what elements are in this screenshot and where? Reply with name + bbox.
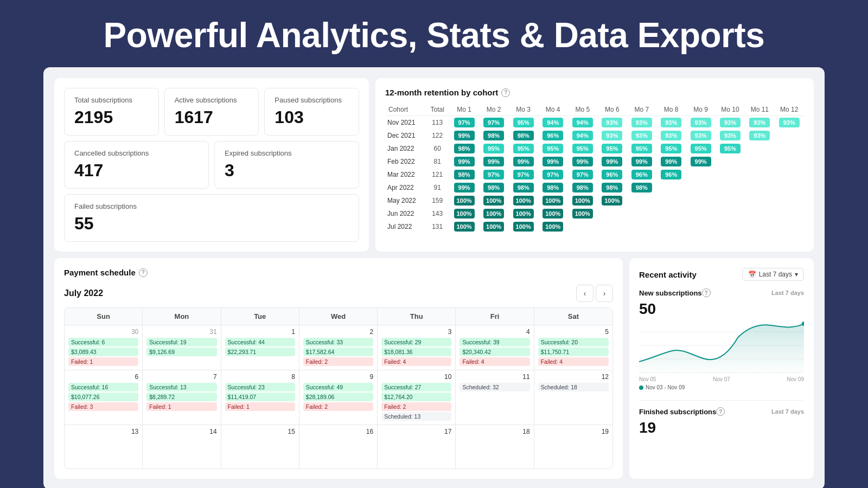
pct-cell: 93% — [686, 116, 715, 130]
pct-cell — [597, 207, 627, 220]
calendar-event: Failed: 1 — [146, 402, 216, 411]
schedule-help-icon[interactable]: ? — [139, 268, 148, 277]
calendar-head-row: Sun Mon Tue Wed Thu Fri Sat — [65, 308, 612, 325]
schedule-title: Payment schedule ? — [64, 268, 613, 277]
finished-subs-help-icon[interactable]: ? — [716, 407, 725, 416]
pct-cell — [716, 168, 745, 181]
expired-subscriptions-card: Expired subscriptions 3 — [214, 141, 359, 189]
pct-cell — [656, 207, 686, 220]
calendar-event: Failed: 3 — [68, 402, 138, 411]
pct-cell: 93% — [745, 116, 774, 130]
cohort-cell: Feb 2022 — [385, 155, 425, 168]
pct-cell — [627, 207, 656, 220]
new-subs-help-icon[interactable]: ? — [702, 288, 711, 297]
calendar-event: Successful: 19 — [146, 338, 216, 346]
pct-cell — [775, 207, 804, 220]
mo12-col-header: Mo 12 — [775, 104, 804, 116]
calendar-cell: 13 — [65, 425, 143, 468]
new-subscriptions-section: New subscriptions ? Last 7 days 50 — [639, 288, 804, 390]
pct-cell: 100% — [449, 207, 479, 220]
calendar-event: Failed: 4 — [381, 357, 451, 366]
pct-cell: 100% — [449, 220, 479, 233]
nav-buttons: ‹ › — [576, 285, 613, 302]
pct-cell: 93% — [775, 116, 804, 130]
pct-cell: 98% — [449, 168, 479, 181]
pct-cell: 95% — [538, 142, 568, 155]
new-subs-value: 50 — [639, 300, 804, 318]
paused-subscriptions-card: Paused subscriptions 103 — [264, 88, 359, 136]
pct-cell: 99% — [567, 155, 597, 168]
calendar-date: 9 — [303, 373, 373, 381]
cohort-cell: Nov 2021 — [385, 116, 425, 130]
calendar-event: $11,419.07 — [225, 393, 295, 401]
legend-dot — [639, 386, 643, 390]
pct-cell — [627, 194, 656, 207]
calendar-cell: 1Successful: 44$22,293.71 — [221, 325, 299, 370]
pct-cell: 97% — [567, 168, 597, 181]
day-mon: Mon — [143, 308, 221, 325]
calendar-date: 14 — [146, 428, 216, 435]
cohort-cell: Dec 2021 — [385, 129, 425, 142]
calendar-event: $3,089.43 — [68, 348, 138, 356]
calendar-cell: 15 — [221, 425, 299, 468]
calendar-event: $11,750.71 — [538, 348, 609, 356]
date-filter-button[interactable]: 📅 Last 7 days ▾ — [742, 268, 804, 281]
pct-cell — [686, 168, 715, 181]
prev-month-button[interactable]: ‹ — [576, 285, 593, 302]
pct-cell: 99% — [538, 155, 568, 168]
calendar-date: 1 — [225, 328, 295, 336]
cohort-row: Apr 20229199%98%98%98%98%98%98% — [385, 181, 804, 194]
cohort-row: Jul 2022131100%100%100%100% — [385, 220, 804, 233]
pct-cell — [597, 220, 627, 233]
active-value: 1617 — [175, 107, 249, 127]
mo5-col-header: Mo 5 — [567, 104, 597, 116]
pct-cell: 95% — [567, 142, 597, 155]
calendar-event: Successful: 49 — [303, 383, 373, 391]
mo9-col-header: Mo 9 — [686, 104, 715, 116]
calendar-date: 4 — [459, 328, 529, 336]
pct-cell: 93% — [656, 129, 686, 142]
calendar-event: Successful: 44 — [225, 338, 295, 346]
calendar-event: Successful: 6 — [68, 338, 138, 346]
day-tue: Tue — [221, 308, 299, 325]
day-thu: Thu — [378, 308, 456, 325]
calendar-date: 2 — [303, 328, 373, 336]
pct-cell: 95% — [479, 142, 509, 155]
main-container: Total subscriptions 2195 Active subscrip… — [43, 67, 825, 488]
pct-cell: 100% — [538, 207, 568, 220]
day-fri: Fri — [456, 308, 534, 325]
pct-cell: 95% — [508, 116, 538, 130]
cohort-panel: 12-month retention by cohort ? Cohort To… — [375, 78, 814, 252]
pct-cell — [775, 142, 804, 155]
calendar-cell: 2Successful: 33$17,582.64Failed: 2 — [299, 325, 378, 370]
finished-subs-period: Last 7 days — [771, 408, 804, 415]
failed-label: Failed subscriptions — [74, 202, 349, 210]
pct-cell — [716, 220, 745, 233]
pct-cell — [745, 194, 774, 207]
pct-cell: 100% — [538, 194, 568, 207]
pct-cell: 100% — [479, 220, 509, 233]
calendar-event: Failed: 4 — [459, 357, 529, 366]
pct-cell: 94% — [567, 116, 597, 130]
mo8-col-header: Mo 8 — [656, 104, 686, 116]
page-title: Powerful Analytics, Stats & Data Exports — [0, 0, 868, 67]
finished-subs-value: 19 — [639, 419, 804, 436]
calendar-cell: 7Successful: 13$8,289.72Failed: 1 — [143, 370, 221, 425]
pct-cell: 100% — [449, 194, 479, 207]
next-month-button[interactable]: › — [596, 285, 613, 302]
calendar-cell: 8Successful: 23$11,419.07Failed: 1 — [221, 370, 299, 425]
pct-cell: 99% — [686, 155, 715, 168]
calendar-event: Failed: 2 — [303, 357, 373, 366]
cohort-help-icon[interactable]: ? — [501, 88, 510, 97]
stats-row-2: Cancelled subscriptions 417 Expired subs… — [64, 141, 359, 189]
mo4-col-header: Mo 4 — [538, 104, 568, 116]
cohort-row: Feb 20228199%99%99%99%99%99%99%99%99% — [385, 155, 804, 168]
calendar-event: Failed: 1 — [68, 357, 138, 366]
calendar-cell: 14 — [143, 425, 221, 468]
calendar-cell: 3Successful: 29$18,081.36Failed: 4 — [378, 325, 456, 370]
calendar-date: 3 — [381, 328, 451, 336]
total-cell: 60 — [425, 142, 449, 155]
pct-cell: 98% — [567, 181, 597, 194]
pct-cell — [775, 155, 804, 168]
mo6-col-header: Mo 6 — [597, 104, 627, 116]
